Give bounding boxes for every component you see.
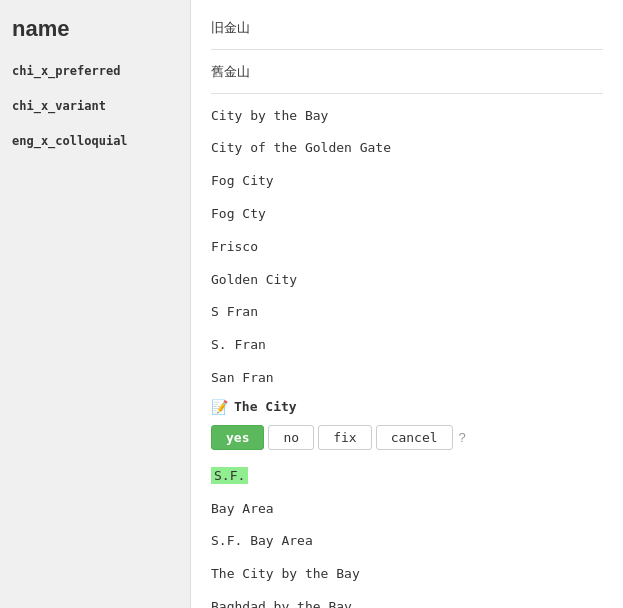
eng-colloquial-block: City by the Bay City of the Golden Gate … [211,104,603,608]
value-s-fran: S Fran [211,304,258,319]
value-bay-area: Bay Area [211,501,274,516]
list-item: Golden City [211,268,603,291]
list-item: S.F. [211,464,603,487]
edit-icon: 📝 [211,399,228,415]
page-title: name [12,16,178,42]
divider-1 [211,49,603,50]
edit-value-the-city: The City [234,399,297,414]
sidebar-label-eng-x-colloquial: eng_x_colloquial [12,132,178,151]
value-s-dot-fran: S. Fran [211,337,266,352]
sidebar: name chi_x_preferred chi_x_variant eng_x… [0,0,190,608]
list-item: Fog City [211,169,603,192]
chi-x-variant-row: 舊金山 [211,60,603,83]
value-golden-city: Golden City [211,272,297,287]
sidebar-label-chi-x-variant: chi_x_variant [12,97,178,116]
value-golden-gate: City of the Golden Gate [211,140,391,155]
list-item: Bay Area [211,497,603,520]
value-frisco: Frisco [211,239,258,254]
value-fog-city: Fog City [211,173,274,188]
sidebar-label-chi-x-preferred: chi_x_preferred [12,62,178,81]
divider-2 [211,93,603,94]
list-item: S Fran [211,300,603,323]
list-item: Fog Cty [211,202,603,225]
yes-button[interactable]: yes [211,425,264,450]
no-button[interactable]: no [268,425,314,450]
value-baghdad: Baghdad by the Bay [211,599,352,608]
help-icon[interactable]: ? [459,430,466,445]
value-city-by-bay: City by the Bay [211,108,328,123]
main-container: name chi_x_preferred chi_x_variant eng_x… [0,0,623,608]
edit-row: 📝 The City [211,399,603,415]
value-sf-bay-area: S.F. Bay Area [211,533,313,548]
value-fog-cty: Fog Cty [211,206,266,221]
list-item: Baghdad by the Bay [211,595,603,608]
list-item: City of the Golden Gate [211,136,603,159]
value-sf-highlighted: S.F. [211,467,248,484]
list-item: S.F. Bay Area [211,529,603,552]
fix-button[interactable]: fix [318,425,371,450]
list-item: San Fran [211,366,603,389]
list-item: The City by the Bay [211,562,603,585]
list-item: City by the Bay [211,104,603,127]
list-item: Frisco [211,235,603,258]
chi-x-variant-value: 舊金山 [211,64,250,79]
cancel-button[interactable]: cancel [376,425,453,450]
chi-x-preferred-value: 旧金山 [211,20,250,35]
action-button-row: yes no fix cancel ? [211,425,603,450]
value-city-by-bay-2: The City by the Bay [211,566,360,581]
main-content: 旧金山 舊金山 City by the Bay City of the Gold… [190,0,623,608]
chi-x-preferred-row: 旧金山 [211,16,603,39]
value-san-fran: San Fran [211,370,274,385]
list-item: S. Fran [211,333,603,356]
